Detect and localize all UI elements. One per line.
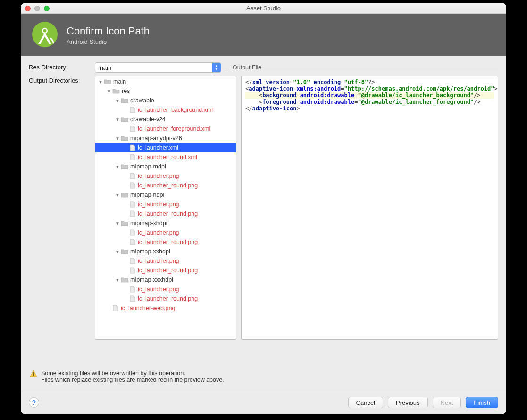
tree-file[interactable]: ▶ic_launcher_foreground.xml bbox=[95, 124, 236, 134]
tree-item-label: ic_launcher.png bbox=[138, 173, 179, 179]
tree-folder[interactable]: ▼mipmap-anydpi-v26 bbox=[95, 134, 236, 143]
wizard-banner: Confirm Icon Path Android Studio bbox=[21, 14, 506, 56]
folder-icon bbox=[121, 163, 128, 170]
tree-folder[interactable]: ▼mipmap-xxxhdpi bbox=[95, 275, 236, 285]
tree-file[interactable]: ▶ic_launcher_round.xml bbox=[95, 152, 236, 162]
chevron-updown-icon: ▲▼ bbox=[212, 63, 221, 72]
cancel-button[interactable]: Cancel bbox=[348, 397, 383, 408]
disclosure-triangle-icon[interactable]: ▼ bbox=[115, 277, 120, 283]
tree-file[interactable]: ▶ic_launcher.xml bbox=[95, 143, 236, 152]
tree-item-label: mipmap-anydpi-v26 bbox=[130, 135, 182, 142]
help-button[interactable]: ? bbox=[29, 397, 39, 408]
xml-line: <adaptive-icon xmlns:android="http://sch… bbox=[245, 85, 494, 92]
tree-item-label: ic_launcher_round.png bbox=[138, 295, 198, 302]
tree-item-label: mipmap-xhdpi bbox=[130, 220, 167, 227]
disclosure-triangle-icon[interactable]: ▼ bbox=[115, 193, 120, 198]
tree-item-label: ic_launcher.xml bbox=[138, 144, 178, 151]
tree-file[interactable]: ▶ic_launcher_background.xml bbox=[95, 105, 236, 115]
tree-file[interactable]: ▶ic_launcher-web.png bbox=[95, 303, 236, 313]
tree-file[interactable]: ▶ic_launcher.png bbox=[95, 200, 236, 209]
file-icon bbox=[129, 201, 136, 208]
file-icon bbox=[129, 173, 136, 179]
tree-item-label: mipmap-hdpi bbox=[130, 192, 164, 198]
svg-point-1 bbox=[43, 29, 47, 33]
tree-file[interactable]: ▶ic_launcher_round.png bbox=[95, 209, 236, 218]
tree-file[interactable]: ▶ic_launcher_round.png bbox=[95, 266, 236, 275]
disclosure-triangle-icon[interactable]: ▼ bbox=[115, 221, 120, 226]
output-file-label: Output File bbox=[230, 64, 264, 71]
disclosure-triangle-icon[interactable]: ▼ bbox=[115, 164, 120, 169]
file-icon bbox=[129, 210, 136, 217]
tree-item-label: drawable bbox=[130, 97, 154, 104]
file-icon bbox=[129, 144, 136, 151]
tree-file[interactable]: ▶ic_launcher_round.png bbox=[95, 294, 236, 303]
file-icon bbox=[129, 239, 136, 245]
folder-icon bbox=[121, 220, 128, 227]
tree-item-label: ic_launcher_round.png bbox=[138, 182, 198, 189]
xml-line: <foreground android:drawable="@drawable/… bbox=[245, 99, 494, 105]
tree-item-label: mipmap-xxxhdpi bbox=[130, 277, 173, 283]
folder-icon bbox=[121, 97, 128, 104]
tree-file[interactable]: ▶ic_launcher.png bbox=[95, 285, 236, 294]
tree-file[interactable]: ▶ic_launcher_round.png bbox=[95, 181, 236, 190]
tree-folder[interactable]: ▼res bbox=[95, 86, 236, 96]
folder-icon bbox=[121, 192, 128, 198]
disclosure-triangle-icon[interactable]: ▼ bbox=[98, 79, 103, 84]
disclosure-triangle-icon[interactable]: ▼ bbox=[107, 89, 111, 94]
output-file-preview[interactable]: <?xml version="1.0" encoding="utf-8"?> <… bbox=[241, 76, 498, 340]
tree-item-label: ic_launcher_round.xml bbox=[138, 154, 197, 160]
warning-line-1: Some existing files will be overwritten … bbox=[41, 370, 224, 377]
tree-file[interactable]: ▶ic_launcher.png bbox=[95, 228, 236, 237]
tree-folder[interactable]: ▼mipmap-mdpi bbox=[95, 162, 236, 171]
warning-icon bbox=[30, 370, 37, 383]
previous-button[interactable]: Previous bbox=[388, 397, 428, 408]
dialog-button-bar: ? Cancel Previous Next Finish bbox=[21, 391, 506, 414]
tree-item-label: ic_launcher-web.png bbox=[121, 305, 175, 311]
tree-item-label: ic_launcher.png bbox=[138, 229, 179, 236]
xml-line: </adaptive-icon> bbox=[245, 105, 494, 112]
file-icon bbox=[129, 107, 136, 113]
output-directories-tree[interactable]: ▼main▼res▼drawable▶ic_launcher_backgroun… bbox=[95, 76, 236, 340]
tree-item-label: ic_launcher.png bbox=[138, 258, 179, 264]
file-icon bbox=[112, 305, 119, 311]
content-area: Res Directory: main ▲▼ Output File bbox=[21, 56, 506, 391]
tree-file[interactable]: ▶ic_launcher_round.png bbox=[95, 237, 236, 247]
disclosure-triangle-icon[interactable]: ▼ bbox=[115, 117, 120, 122]
folder-icon bbox=[112, 88, 120, 94]
file-icon bbox=[129, 154, 136, 160]
disclosure-triangle-icon[interactable]: ▼ bbox=[115, 136, 120, 141]
disclosure-triangle-icon[interactable]: ▼ bbox=[115, 249, 120, 254]
tree-item-label: ic_launcher_round.png bbox=[138, 210, 198, 217]
file-icon bbox=[129, 229, 136, 236]
folder-icon bbox=[121, 248, 128, 255]
tree-item-label: mipmap-mdpi bbox=[130, 163, 166, 170]
tree-file[interactable]: ▶ic_launcher.png bbox=[95, 256, 236, 266]
warning-line-2: Files which replace existing files are m… bbox=[41, 377, 224, 383]
tree-folder[interactable]: ▼drawable bbox=[95, 96, 236, 105]
folder-icon bbox=[121, 135, 128, 142]
tree-item-label: ic_launcher_round.png bbox=[138, 267, 198, 274]
tree-item-label: mipmap-xxhdpi bbox=[130, 248, 170, 255]
folder-icon bbox=[121, 116, 128, 123]
res-directory-label: Res Directory: bbox=[29, 62, 90, 71]
file-icon bbox=[129, 295, 136, 302]
tree-folder[interactable]: ▼drawable-v24 bbox=[95, 115, 236, 124]
tree-folder[interactable]: ▼mipmap-xhdpi bbox=[95, 218, 236, 228]
tree-folder[interactable]: ▼mipmap-xxhdpi bbox=[95, 247, 236, 256]
next-button: Next bbox=[433, 397, 461, 408]
tree-item-label: ic_launcher_background.xml bbox=[138, 107, 213, 113]
xml-line: <background android:drawable="@drawable/… bbox=[245, 92, 494, 99]
tree-item-label: drawable-v24 bbox=[130, 116, 166, 123]
tree-file[interactable]: ▶ic_launcher.png bbox=[95, 171, 236, 181]
window-title: Asset Studio bbox=[21, 5, 506, 12]
finish-button[interactable]: Finish bbox=[466, 397, 498, 408]
svg-rect-3 bbox=[33, 375, 34, 376]
tree-folder[interactable]: ▼mipmap-hdpi bbox=[95, 190, 236, 200]
file-icon bbox=[129, 126, 136, 132]
res-directory-select[interactable]: main ▲▼ bbox=[95, 62, 221, 73]
file-icon bbox=[129, 258, 136, 264]
tree-item-label: ic_launcher.png bbox=[138, 201, 179, 208]
tree-folder[interactable]: ▼main bbox=[95, 77, 236, 86]
titlebar: Asset Studio bbox=[21, 3, 506, 14]
disclosure-triangle-icon[interactable]: ▼ bbox=[115, 98, 120, 103]
